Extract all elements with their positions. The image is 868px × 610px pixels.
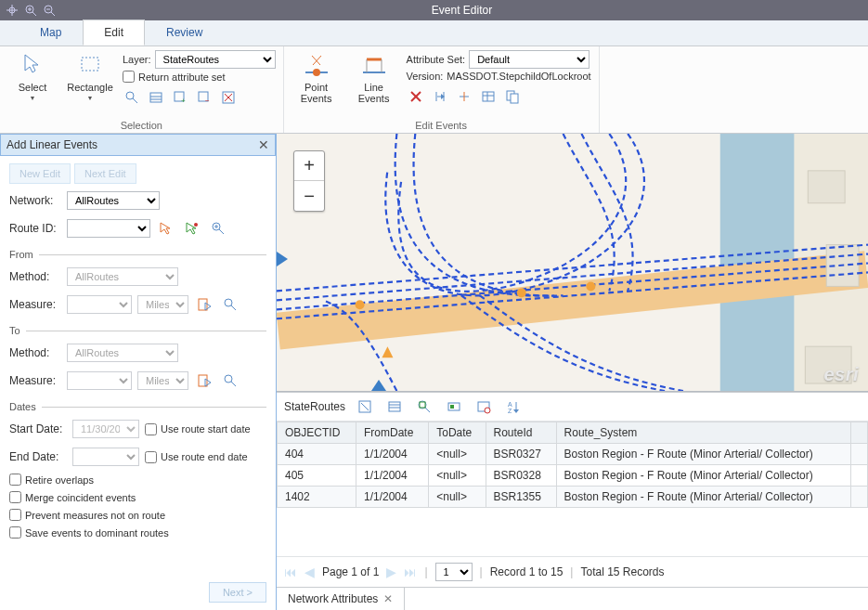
svg-point-46 bbox=[194, 223, 198, 227]
attr-toolbar: StateRoutes AZ bbox=[277, 393, 868, 422]
end-date-input[interactable] bbox=[72, 448, 139, 466]
svg-point-66 bbox=[356, 300, 365, 309]
layer-select[interactable]: StateRoutes bbox=[155, 50, 276, 69]
table-row[interactable]: 4041/1/2004<null>BSR0327Boston Region - … bbox=[278, 444, 868, 465]
split-icon[interactable] bbox=[455, 87, 473, 106]
map-view[interactable]: + − esri bbox=[277, 134, 868, 392]
map-zoom-control: + − bbox=[293, 150, 325, 212]
svg-line-48 bbox=[219, 229, 224, 234]
zoom-out-button[interactable]: − bbox=[294, 181, 324, 211]
to-method-select[interactable]: AllRoutes bbox=[67, 344, 178, 362]
select-button[interactable]: Select ▼ bbox=[7, 50, 58, 101]
table-row[interactable]: 4051/1/2004<null>BSR0328Boston Region - … bbox=[278, 465, 868, 487]
attr-table-icon[interactable] bbox=[479, 87, 498, 106]
network-select[interactable]: AllRoutes bbox=[67, 191, 160, 210]
map-canvas bbox=[277, 134, 868, 391]
tab-network-attributes[interactable]: Network Attributes ✕ bbox=[277, 588, 405, 610]
from-measure-unit[interactable]: Miles bbox=[137, 295, 188, 314]
map-expand-left-icon[interactable] bbox=[277, 252, 288, 266]
use-end-checkbox[interactable]: Use route end date bbox=[145, 451, 248, 463]
cursor-icon bbox=[18, 50, 47, 80]
col-routesystem[interactable]: Route_System bbox=[556, 422, 850, 444]
total-text: Total 15 Records bbox=[580, 565, 664, 578]
from-method-select[interactable]: AllRoutes bbox=[67, 267, 178, 286]
pick-feature-icon[interactable] bbox=[182, 218, 202, 239]
show-all-icon[interactable] bbox=[384, 396, 405, 417]
tab-edit[interactable]: Edit bbox=[83, 19, 145, 45]
from-pick-icon[interactable] bbox=[194, 294, 214, 315]
table-row[interactable]: 14021/1/2004<null>BSR1355Boston Region -… bbox=[278, 487, 868, 508]
tab-map[interactable]: Map bbox=[19, 19, 83, 45]
col-objectid[interactable]: OBJECTID bbox=[278, 422, 356, 444]
map-expand-down-icon[interactable] bbox=[371, 380, 386, 391]
point-events-icon bbox=[302, 50, 331, 80]
point-events-button[interactable]: Point Events bbox=[291, 50, 342, 104]
col-routeid[interactable]: RouteId bbox=[486, 422, 556, 444]
pager: ⏮ ◀ Page 1 of 1 ▶ ⏭ | 1 | Record 1 to 15… bbox=[277, 556, 868, 587]
line-events-button[interactable]: Line Events bbox=[349, 50, 399, 104]
svg-rect-63 bbox=[808, 171, 845, 203]
zoom-in-icon[interactable] bbox=[24, 4, 37, 17]
next-button[interactable]: Next > bbox=[209, 582, 266, 603]
zoom-select-icon[interactable] bbox=[123, 88, 141, 107]
svg-marker-56 bbox=[205, 379, 211, 386]
line-events-label: Line Events bbox=[358, 82, 390, 104]
table-icon[interactable] bbox=[147, 88, 165, 107]
zoom-selected-icon[interactable] bbox=[414, 396, 434, 417]
pick-route-icon[interactable] bbox=[156, 218, 176, 239]
attr-table-scroll[interactable]: OBJECTID FromDate ToDate RouteId Route_S… bbox=[277, 422, 868, 556]
highlight-icon[interactable] bbox=[444, 396, 464, 417]
return-attr-input[interactable] bbox=[123, 71, 135, 83]
ribbon-selection-group: Select ▼ Rectangle ▼ Layer: StateRoutes … bbox=[0, 46, 284, 133]
col-fromdate[interactable]: FromDate bbox=[356, 422, 428, 444]
tab-review[interactable]: Review bbox=[145, 19, 224, 45]
prev-page-button[interactable]: ◀ bbox=[304, 565, 315, 579]
last-page-button[interactable]: ⏭ bbox=[404, 565, 417, 579]
to-measure-value[interactable] bbox=[67, 371, 132, 390]
svg-rect-77 bbox=[420, 402, 425, 408]
col-todate[interactable]: ToDate bbox=[429, 422, 486, 444]
to-zoom-icon[interactable] bbox=[220, 370, 240, 391]
use-start-checkbox[interactable]: Use route start date bbox=[145, 423, 251, 435]
prevent-checkbox[interactable]: Prevent measures not on route bbox=[9, 509, 266, 521]
merge-icon[interactable] bbox=[431, 87, 449, 106]
clear-selection-icon[interactable] bbox=[355, 396, 375, 417]
layer-label: Layer: bbox=[123, 54, 151, 65]
svg-rect-14 bbox=[150, 93, 162, 102]
from-zoom-icon[interactable] bbox=[220, 294, 240, 315]
add-select-icon[interactable]: + bbox=[171, 88, 189, 107]
svg-marker-44 bbox=[161, 223, 170, 234]
svg-marker-85 bbox=[513, 409, 519, 413]
new-edit-button[interactable]: New Edit bbox=[9, 163, 71, 184]
routeid-select[interactable] bbox=[67, 219, 150, 238]
dominant-checkbox[interactable]: Save events to dominant routes bbox=[9, 526, 266, 539]
from-measure-value[interactable] bbox=[67, 295, 132, 314]
first-page-button[interactable]: ⏮ bbox=[284, 565, 297, 579]
zoom-in-button[interactable]: + bbox=[294, 151, 324, 181]
to-pick-icon[interactable] bbox=[194, 370, 214, 391]
snap-icon[interactable] bbox=[6, 4, 19, 17]
page-select[interactable]: 1 bbox=[435, 563, 473, 581]
options-icon[interactable] bbox=[473, 396, 494, 417]
title-bar: Event Editor bbox=[0, 0, 868, 20]
close-icon[interactable]: ✕ bbox=[258, 137, 269, 152]
zoom-out-icon[interactable] bbox=[43, 4, 56, 17]
attrset-select[interactable]: Default bbox=[469, 50, 589, 69]
delete-event-icon[interactable] bbox=[407, 87, 425, 106]
copy-icon[interactable] bbox=[503, 87, 522, 106]
svg-line-26 bbox=[313, 56, 321, 65]
retire-checkbox[interactable]: Retire overlaps bbox=[9, 474, 266, 486]
start-date-input[interactable]: 11/30/20 bbox=[72, 420, 139, 438]
to-measure-unit[interactable]: Miles bbox=[137, 371, 188, 390]
next-edit-button[interactable]: Next Edit bbox=[74, 163, 136, 184]
return-attr-checkbox[interactable]: Return attribute set bbox=[123, 71, 276, 83]
sort-icon[interactable]: AZ bbox=[503, 396, 524, 417]
next-page-button[interactable]: ▶ bbox=[386, 565, 396, 579]
remove-select-icon[interactable]: − bbox=[195, 88, 214, 107]
zoom-route-icon[interactable] bbox=[208, 218, 228, 239]
attrset-label: Attribute Set: bbox=[407, 54, 466, 65]
rectangle-button[interactable]: Rectangle ▼ bbox=[65, 50, 115, 101]
merge-checkbox[interactable]: Merge coincident events bbox=[9, 491, 266, 503]
clear-select-icon[interactable] bbox=[219, 88, 238, 107]
close-tab-icon[interactable]: ✕ bbox=[383, 592, 393, 605]
